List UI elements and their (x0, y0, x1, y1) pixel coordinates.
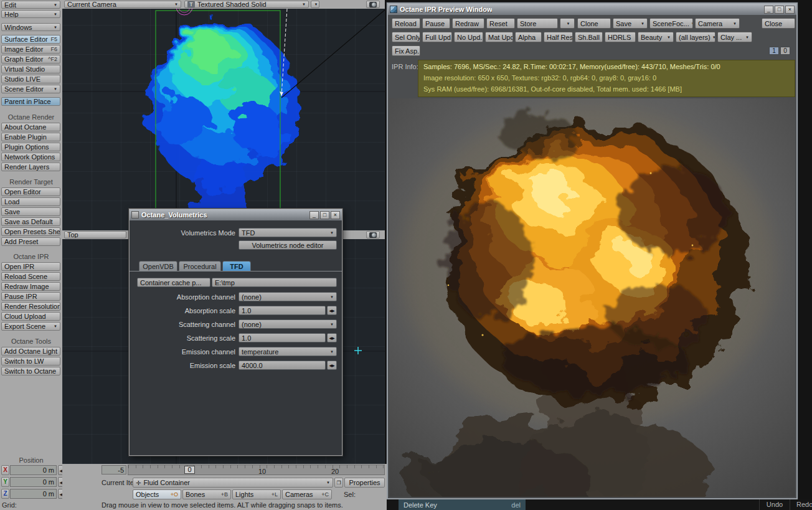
minimize-icon[interactable]: _ (309, 211, 319, 219)
volumetrics-node-editor-button[interactable]: Volumetrics node editor (238, 240, 337, 250)
viewport-camera-select[interactable]: Current Camera▼ (64, 1, 181, 8)
sidebar-item-graph-editor[interactable]: Graph Editor^F2 (1, 55, 60, 64)
redo-button[interactable]: Redo (790, 499, 812, 510)
ipr-camera-dropdown[interactable]: Camera▼ (695, 18, 740, 29)
ipr-no-update-toggle[interactable]: No Upd. (454, 32, 483, 42)
sidebar-item-virtual-studio[interactable]: Virtual Studio (1, 65, 60, 73)
current-frame-handle[interactable]: 0 (184, 466, 195, 474)
sidebar-item-enable-plugin[interactable]: Enable Plugin (1, 133, 60, 141)
close-icon[interactable]: × (785, 6, 795, 14)
top-view-select[interactable]: Top (64, 231, 126, 238)
position-z-field[interactable]: 0 m (10, 489, 57, 499)
sidebar-item-load[interactable]: Load (1, 197, 60, 206)
item-list-button[interactable]: ❐ (334, 478, 343, 488)
ipr-alpha-toggle[interactable]: Alpha (515, 32, 542, 42)
edit-mode-cameras-button[interactable]: Cameras+C (282, 489, 332, 499)
position-x-field[interactable]: 0 m (10, 465, 57, 475)
volumetrics-mode-select[interactable]: TFD▼ (238, 228, 337, 237)
tab-tfd[interactable]: TFD (222, 261, 251, 272)
ipr-shaderball-toggle[interactable]: Sh.Ball (575, 32, 603, 42)
ipr-redraw-button[interactable]: Redraw (452, 18, 484, 29)
sidebar-item-switch-to-lw[interactable]: Switch to LW (1, 357, 60, 366)
sidebar-item-reload-scene[interactable]: Reload Scene (1, 272, 60, 281)
ipr-titlebar[interactable]: Octane IPR Preview Window _ □ × (388, 4, 796, 15)
camera-viewport-canvas[interactable] (62, 9, 385, 230)
sidebar-item-open-ipr[interactable]: Open IPR (1, 262, 60, 271)
sidebar-item-scene-editor[interactable]: Scene Editor▼ (1, 85, 60, 93)
container-cache-path-button[interactable]: Container cache p... (137, 278, 210, 287)
sidebar-item-cloud-upload[interactable]: Cloud Upload (1, 312, 60, 321)
sidebar-item-plugin-options[interactable]: Plugin Options (1, 143, 60, 151)
sidebar-item-open-presets-shelf[interactable]: Open Presets Shelf (1, 227, 60, 236)
position-y-field[interactable]: 0 m (10, 477, 57, 487)
camera-viewport[interactable] (62, 9, 385, 230)
menu-windows[interactable]: Windows▼ (1, 23, 60, 31)
ipr-counter-left[interactable]: 1 (769, 47, 779, 55)
maximize-icon[interactable]: □ (775, 6, 784, 14)
sidebar-item-about-octane[interactable]: About Octane (1, 123, 60, 131)
ipr-close-button[interactable]: Close (762, 18, 795, 29)
ipr-half-res-toggle[interactable]: Half Res (544, 32, 573, 42)
edit-mode-objects-button[interactable]: Objects+O (133, 489, 181, 499)
ipr-hdrls-toggle[interactable]: HDRLS (605, 32, 636, 42)
viewport-options-dropdown[interactable]: ▼ (311, 1, 319, 8)
timeline-ruler[interactable]: 10 20 0 (128, 465, 385, 475)
sidebar-item-export-scene[interactable]: Export Scene▼ (1, 322, 60, 331)
sidebar-item-pause-ipr[interactable]: Pause IPR (1, 292, 60, 301)
viewport-camera-view-button[interactable] (366, 1, 380, 8)
sidebar-item-save[interactable]: Save (1, 207, 60, 216)
ipr-pause-button[interactable]: Pause (422, 18, 450, 29)
viewport-shade-mode-select[interactable]: TTextured Shaded Solid▼ (184, 1, 309, 8)
sidebar-item-save-as-default[interactable]: Save as Default (1, 217, 60, 226)
scattering-channel-select[interactable]: (none)▼ (238, 319, 337, 329)
edit-mode-bones-button[interactable]: Bones+B (182, 489, 231, 499)
tab-procedural[interactable]: Procedural (179, 261, 221, 272)
properties-button[interactable]: Properties (344, 478, 385, 488)
axis-y-button[interactable]: Y (1, 477, 9, 487)
ipr-render-image[interactable] (389, 98, 795, 497)
undo-button[interactable]: Undo (759, 499, 790, 510)
menu-edit[interactable]: Edit▼ (1, 1, 60, 9)
ipr-clay-mode-dropdown[interactable]: Clay ...▼ (717, 32, 752, 42)
scattering-scale-stepper[interactable]: ◀▶ (327, 333, 337, 342)
sidebar-item-redraw-image[interactable]: Redraw Image (1, 282, 60, 291)
tab-openvdb[interactable]: OpenVDB (139, 261, 177, 272)
ipr-reload-button[interactable]: Reload (392, 18, 420, 29)
sidebar-item-surface-editor[interactable]: Surface EditorF5 (1, 35, 60, 44)
sidebar-item-image-editor[interactable]: Image EditorF6 (1, 45, 60, 54)
absorption-channel-select[interactable]: (none)▼ (238, 292, 337, 301)
container-cache-path-field[interactable]: E:\tmp (212, 278, 337, 287)
ipr-mat-update-toggle[interactable]: Mat Upd (485, 32, 513, 42)
sidebar-item-add-preset[interactable]: Add Preset (1, 237, 60, 246)
dialog-titlebar[interactable]: Octane_Volumetrics _ □ × (130, 209, 342, 220)
emission-scale-stepper[interactable]: ◀▶ (327, 361, 337, 370)
ipr-store-dropdown[interactable]: ▼ (560, 18, 575, 29)
sidebar-item-parent-in-place[interactable]: Parent in Place (1, 97, 60, 106)
ipr-save-dropdown[interactable]: Save▼ (613, 18, 648, 29)
ipr-full-update-toggle[interactable]: Full Upd. (422, 32, 452, 42)
menu-help[interactable]: Help▼ (1, 10, 60, 18)
axis-z-button[interactable]: Z (1, 489, 9, 499)
maximize-icon[interactable]: □ (320, 211, 329, 219)
sidebar-item-studio-live[interactable]: Studio LIVE (1, 75, 60, 83)
scattering-scale-field[interactable]: 1.0 (238, 333, 326, 342)
ipr-sel-only-toggle[interactable]: Sel Only (392, 32, 420, 42)
ipr-fix-aspect-toggle[interactable]: Fix Asp. (392, 45, 420, 56)
ipr-counter-right[interactable]: 0 (780, 47, 790, 55)
sidebar-item-add-octane-light[interactable]: Add Octane Light (1, 347, 60, 356)
emission-channel-select[interactable]: temperature▼ (238, 347, 337, 356)
sidebar-item-render-resolution[interactable]: Render Resolution (1, 302, 60, 311)
emission-scale-field[interactable]: 4000.0 (238, 361, 326, 370)
minimize-icon[interactable]: _ (764, 6, 773, 14)
sidebar-item-render-layers[interactable]: Render Layers (1, 163, 60, 171)
ipr-beauty-pass-dropdown[interactable]: Beauty▼ (638, 32, 674, 42)
ipr-clone-button[interactable]: Clone (577, 18, 611, 29)
sidebar-item-switch-to-octane[interactable]: Switch to Octane (1, 367, 60, 375)
axis-x-button[interactable]: X (1, 465, 9, 475)
ipr-store-button[interactable]: Store (517, 18, 558, 29)
ipr-scene-focus-dropdown[interactable]: SceneFoc...▼ (649, 18, 693, 29)
sidebar-item-network-options[interactable]: Network Options (1, 153, 60, 161)
current-item-dropdown[interactable]: ✛Fluid Container▼ (133, 478, 333, 488)
ipr-layers-dropdown[interactable]: (all layers)▼ (676, 32, 715, 42)
close-icon[interactable]: × (331, 211, 340, 219)
